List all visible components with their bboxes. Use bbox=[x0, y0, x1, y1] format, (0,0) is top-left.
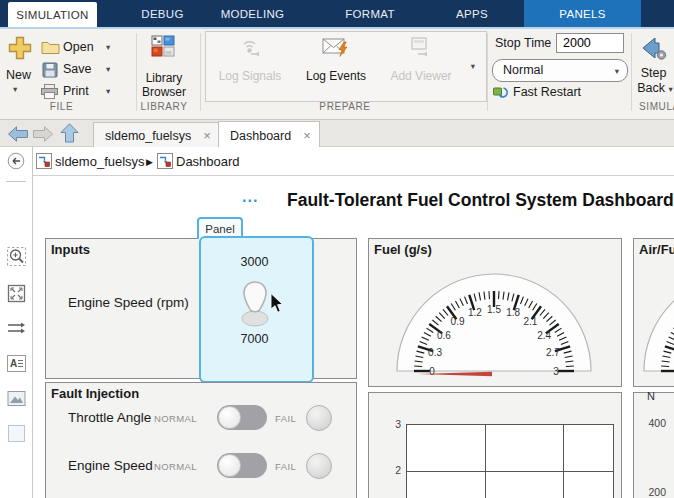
step-back-icon bbox=[641, 35, 668, 66]
log-signals-icon bbox=[237, 35, 263, 65]
nav-up-icon[interactable] bbox=[60, 123, 79, 147]
open-button[interactable]: Open bbox=[63, 40, 94, 54]
svg-text:1.8: 1.8 bbox=[506, 307, 520, 318]
air-chart-panel: N 400 200 bbox=[633, 392, 674, 498]
sim-mode-value: Normal bbox=[503, 63, 543, 77]
model-canvas[interactable]: ... Fault-Tolerant Fuel Control System D… bbox=[33, 176, 674, 498]
caret-down-icon: ▾ bbox=[471, 61, 475, 71]
caret-down-icon: ▾ bbox=[669, 84, 673, 94]
print-caret-icon[interactable]: ▾ bbox=[106, 86, 110, 96]
tab-debug[interactable]: DEBUG bbox=[125, 0, 200, 27]
throttle-fault-lamp bbox=[306, 405, 332, 431]
fuel-gauge: 00.30.60.91.21.51.82.12.42.73 bbox=[389, 267, 599, 381]
stop-time-label: Stop Time bbox=[495, 36, 551, 50]
breadcrumb-subsystem[interactable]: Dashboard bbox=[176, 154, 240, 169]
divider bbox=[6, 181, 26, 182]
page-title: Fault-Tolerant Fuel Control System Dashb… bbox=[287, 190, 674, 211]
ytick-label: 200 bbox=[636, 486, 666, 498]
breadcrumb-model[interactable]: sldemo_fuelsys bbox=[55, 154, 145, 169]
open-folder-icon bbox=[41, 40, 60, 59]
gridline bbox=[563, 425, 564, 498]
svg-text:0.6: 0.6 bbox=[437, 330, 451, 341]
save-button[interactable]: Save bbox=[63, 62, 92, 76]
section-library: LIBRARY bbox=[137, 101, 191, 112]
nav-back-icon[interactable] bbox=[8, 126, 28, 146]
close-icon[interactable]: × bbox=[203, 131, 211, 141]
prepare-group: Log Signals Log Events bbox=[205, 31, 487, 102]
add-viewer-icon bbox=[408, 35, 434, 65]
model-icon bbox=[157, 153, 173, 173]
air-fuel-gauge-panel: Air/Fuel bbox=[633, 238, 674, 387]
air-chart-partial-label: N bbox=[647, 390, 655, 402]
nav-forward-icon[interactable] bbox=[33, 126, 53, 146]
library-browser-icon bbox=[151, 35, 175, 61]
fault-row-label: Throttle Angle bbox=[68, 410, 151, 425]
tab-simulation[interactable]: SIMULATION bbox=[8, 2, 97, 27]
toolstrip: New ▾ Open ▾ Save ▾ Print ▾ FILE bbox=[0, 29, 674, 120]
gridline bbox=[485, 425, 486, 498]
hide-browser-icon[interactable] bbox=[7, 152, 25, 174]
fast-restart-toggle[interactable]: Fast Restart bbox=[513, 85, 581, 99]
tab-apps[interactable]: APPS bbox=[440, 0, 504, 27]
fuel-chart-panel: 3 2 bbox=[368, 392, 622, 498]
print-button[interactable]: Print bbox=[63, 84, 89, 98]
tab-modeling[interactable]: MODELING bbox=[210, 0, 295, 27]
close-icon[interactable]: × bbox=[303, 131, 311, 141]
model-icon bbox=[36, 153, 52, 173]
svg-text:0.3: 0.3 bbox=[428, 347, 442, 358]
divider bbox=[631, 33, 632, 111]
throttle-fault-toggle[interactable] bbox=[217, 405, 267, 430]
fault-injection-panel: Fault Injection Throttle Angle NORMAL FA… bbox=[45, 382, 357, 498]
library-browser-button[interactable]: Library Browser bbox=[137, 67, 191, 99]
tab-panels[interactable]: PANELS bbox=[524, 0, 641, 27]
toggle-knob bbox=[218, 406, 241, 429]
prepare-gallery-caret[interactable]: ▾ bbox=[464, 50, 482, 82]
air-gauge bbox=[636, 267, 674, 381]
ytick-label: 3 bbox=[379, 418, 401, 430]
rocker-switch[interactable] bbox=[240, 280, 270, 332]
fuel-gauge-panel: Fuel (g/s) 00.30.60.91.21.51.82.12.42.73 bbox=[368, 238, 622, 387]
open-caret-icon[interactable]: ▾ bbox=[106, 42, 110, 52]
panel-overflow-icon[interactable]: ... bbox=[242, 188, 258, 206]
stop-time-input[interactable] bbox=[556, 33, 624, 53]
knob-panel[interactable]: 3000 7000 bbox=[199, 236, 314, 383]
section-prepare: PREPARE bbox=[205, 101, 485, 112]
zoom-icon[interactable] bbox=[6, 246, 27, 267]
sim-mode-dropdown[interactable]: Normal ▾ bbox=[492, 59, 628, 82]
svg-text:1.5: 1.5 bbox=[487, 304, 501, 315]
new-caret-icon[interactable]: ▾ bbox=[13, 84, 17, 94]
svg-text:2.1: 2.1 bbox=[523, 316, 537, 327]
doc-tab-dashboard[interactable]: Dashboard × bbox=[218, 121, 320, 149]
tab-format[interactable]: FORMAT bbox=[330, 0, 410, 27]
save-caret-icon[interactable]: ▾ bbox=[106, 64, 110, 74]
svg-text:1.2: 1.2 bbox=[468, 307, 482, 318]
new-button[interactable]: New bbox=[6, 68, 31, 82]
divider bbox=[487, 33, 488, 111]
caret-down-icon: ▾ bbox=[615, 66, 619, 76]
fail-label: FAIL bbox=[275, 413, 296, 424]
step-back-button-line2[interactable]: Back ▾ bbox=[633, 81, 674, 95]
palette-sidebar: A bbox=[0, 147, 33, 498]
log-events-icon bbox=[322, 35, 350, 65]
log-events-button[interactable]: Log Events bbox=[294, 35, 378, 83]
doc-tab-sldemo-fuelsys[interactable]: sldemo_fuelsys × bbox=[93, 122, 220, 149]
engine-speed-fault-toggle[interactable] bbox=[217, 453, 267, 478]
knob-low-value: 7000 bbox=[201, 332, 308, 346]
svg-text:0: 0 bbox=[429, 366, 435, 377]
normal-label: NORMAL bbox=[154, 413, 197, 424]
area-icon[interactable] bbox=[6, 423, 27, 444]
toggle-knob bbox=[218, 454, 241, 477]
new-model-icon[interactable] bbox=[8, 36, 32, 60]
ribbon-tab-bar: SIMULATION DEBUG MODELING FORMAT APPS PA… bbox=[0, 0, 674, 29]
svg-text:2.4: 2.4 bbox=[537, 330, 551, 341]
ytick-label: 400 bbox=[636, 417, 666, 429]
document-tab-bar: sldemo_fuelsys × Dashboard × bbox=[0, 120, 674, 147]
step-back-button[interactable]: Step bbox=[633, 66, 674, 80]
breadcrumb: sldemo_fuelsys ▶ Dashboard bbox=[33, 147, 674, 176]
fit-to-view-icon[interactable] bbox=[6, 283, 27, 304]
signal-routing-icon[interactable] bbox=[6, 318, 27, 339]
svg-text:A: A bbox=[10, 358, 17, 369]
annotation-icon[interactable]: A bbox=[6, 353, 27, 374]
image-icon[interactable] bbox=[6, 388, 27, 409]
section-file: FILE bbox=[14, 101, 109, 112]
